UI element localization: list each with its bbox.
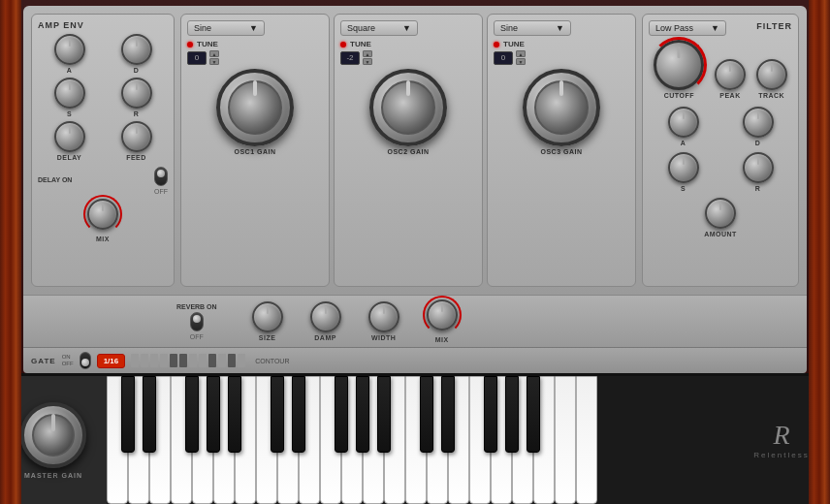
white-key-6[interactable] <box>235 376 256 504</box>
amp-mix-label: MIX <box>96 236 110 242</box>
white-key-5[interactable] <box>213 376 235 504</box>
osc1-gain-knob[interactable] <box>216 69 294 146</box>
osc3-octave-arrows[interactable]: ▲ ▼ <box>516 50 526 65</box>
white-key-11[interactable] <box>341 376 363 504</box>
osc1-octave-display: 0 <box>187 51 207 65</box>
gate-bar-7[interactable] <box>189 354 197 367</box>
filter-type-dropdown[interactable]: Low Pass ▼ <box>649 20 726 36</box>
osc3-section: Sine ▼ TUNE 0 ▲ ▼ <box>487 14 636 287</box>
osc2-tune-label: TUNE <box>350 40 371 48</box>
gate-bar-3[interactable] <box>150 354 158 367</box>
white-key-9[interactable] <box>299 376 320 504</box>
osc2-tune-dot <box>340 42 346 47</box>
reverb-mix-knob[interactable] <box>427 299 458 331</box>
white-key-21[interactable] <box>555 376 576 504</box>
gate-toggle[interactable] <box>80 352 91 369</box>
osc2-gain-knob[interactable] <box>369 69 447 146</box>
white-key-8[interactable] <box>277 376 299 504</box>
white-key-10[interactable] <box>320 376 341 504</box>
white-key-20[interactable] <box>533 376 555 504</box>
reverb-width-knob[interactable] <box>368 301 399 332</box>
amp-env-label: AMP ENV <box>38 20 168 30</box>
white-key-0[interactable] <box>107 376 128 504</box>
white-key-15[interactable] <box>427 376 448 504</box>
osc3-waveform-label: Sine <box>500 23 518 33</box>
white-key-2[interactable] <box>149 376 171 504</box>
amp-a-label: A <box>67 67 73 74</box>
master-gain-knob[interactable] <box>20 402 86 468</box>
gate-bar-8[interactable] <box>199 354 207 367</box>
white-key-16[interactable] <box>448 376 469 504</box>
white-key-7[interactable] <box>256 376 277 504</box>
piano[interactable] <box>107 376 733 504</box>
osc2-octave-down[interactable]: ▼ <box>363 58 372 65</box>
amp-r-label: R <box>134 110 140 117</box>
filter-s-knob[interactable] <box>668 152 699 183</box>
filter-amount-knob[interactable] <box>705 198 736 229</box>
amp-delay-knob[interactable] <box>54 121 85 152</box>
gate-bar-12[interactable] <box>238 354 245 367</box>
filter-s-label: S <box>681 185 686 192</box>
gate-off-text: OFF <box>62 361 74 367</box>
white-key-18[interactable] <box>491 376 512 504</box>
gate-bar-5[interactable] <box>170 354 177 367</box>
white-key-3[interactable] <box>171 376 192 504</box>
amp-env-section: AMP ENV A D S <box>31 14 175 287</box>
filter-track-knob[interactable] <box>756 59 787 90</box>
master-gain-label: MASTER GAIN <box>24 472 82 479</box>
osc1-octave-down[interactable]: ▼ <box>209 58 219 65</box>
filter-dropdown-arrow: ▼ <box>711 23 719 33</box>
osc1-octave-arrows[interactable]: ▲ ▼ <box>209 50 219 65</box>
filter-r-knob[interactable] <box>743 152 774 183</box>
filter-peak-knob[interactable] <box>715 59 746 90</box>
gate-bar-2[interactable] <box>141 354 148 367</box>
gate-bar-9[interactable] <box>208 354 216 367</box>
white-key-14[interactable] <box>405 376 427 504</box>
osc3-octave-down[interactable]: ▼ <box>516 58 526 65</box>
amp-r-knob[interactable] <box>121 78 152 109</box>
amp-d-knob[interactable] <box>121 34 152 65</box>
white-key-12[interactable] <box>363 376 384 504</box>
filter-cutoff-knob[interactable] <box>654 40 704 90</box>
reverb-size-knob[interactable] <box>252 301 283 332</box>
filter-d-knob[interactable] <box>743 107 774 138</box>
osc1-section: Sine ▼ TUNE 0 ▲ ▼ <box>180 14 330 287</box>
osc3-waveform-dropdown[interactable]: Sine ▼ <box>494 20 571 36</box>
logo-name: Relentless <box>753 451 809 459</box>
gate-contour-label: CONTOUR <box>255 358 289 364</box>
gate-bar-11[interactable] <box>228 354 236 367</box>
reverb-on-toggle[interactable] <box>190 312 204 331</box>
delay-on-toggle[interactable] <box>154 167 168 186</box>
osc2-waveform-dropdown[interactable]: Square ▼ <box>340 20 418 36</box>
gate-tempo-display[interactable]: 1/16 <box>97 354 126 368</box>
amp-a-knob[interactable] <box>54 34 85 65</box>
gate-bar-10[interactable] <box>218 354 226 367</box>
gate-bar-6[interactable] <box>179 354 187 367</box>
amp-delay-label: DELAY <box>57 154 82 161</box>
filter-cutoff-container: CUTOFF <box>654 40 704 99</box>
amp-a-knob-container: A <box>38 34 101 74</box>
white-key-17[interactable] <box>469 376 491 504</box>
white-key-22[interactable] <box>576 376 597 504</box>
osc2-gain-container: OSC2 GAIN <box>369 69 447 155</box>
gate-bar-4[interactable] <box>160 354 168 367</box>
osc3-gain-knob[interactable] <box>523 69 600 146</box>
white-key-19[interactable] <box>512 376 533 504</box>
filter-a-knob[interactable] <box>668 107 699 138</box>
gate-on-text: ON <box>62 354 74 361</box>
reverb-mix-label: MIX <box>435 336 449 343</box>
osc2-octave-up[interactable]: ▲ <box>363 50 372 57</box>
reverb-damp-knob[interactable] <box>310 301 341 332</box>
amp-s-knob[interactable] <box>54 78 85 109</box>
osc3-octave-up[interactable]: ▲ <box>516 50 526 57</box>
amp-mix-knob[interactable] <box>87 199 118 230</box>
osc2-octave-arrows[interactable]: ▲ ▼ <box>363 50 372 65</box>
delay-on-label: DELAY ON <box>38 176 72 183</box>
osc1-waveform-dropdown[interactable]: Sine ▼ <box>187 20 265 36</box>
white-key-4[interactable] <box>192 376 213 504</box>
gate-bar-1[interactable] <box>131 354 139 367</box>
osc1-octave-up[interactable]: ▲ <box>209 50 219 57</box>
white-key-13[interactable] <box>384 376 405 504</box>
white-key-1[interactable] <box>128 376 149 504</box>
amp-feed-knob[interactable] <box>121 121 152 152</box>
